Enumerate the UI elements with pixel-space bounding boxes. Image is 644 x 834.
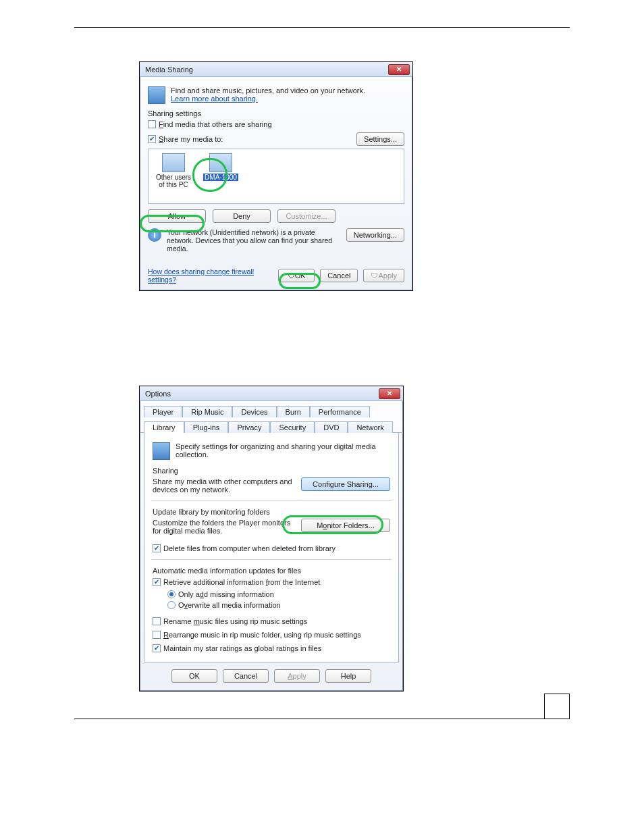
help-button[interactable]: Help	[325, 669, 371, 683]
tab-row-1: Player Rip Music Devices Burn Performanc…	[140, 401, 403, 417]
device-label: Other users of this PC	[153, 174, 194, 188]
tab-library[interactable]: Library	[144, 421, 184, 433]
sharing-settings-label: Sharing settings	[148, 109, 404, 118]
tab-plugins[interactable]: Plug-ins	[184, 421, 229, 433]
tab-row-2: Library Plug-ins Privacy Security DVD Ne…	[140, 417, 403, 433]
device-icon	[209, 153, 232, 172]
dialog-title: Options	[145, 390, 379, 398]
auto-media-label: Automatic media information updates for …	[153, 567, 390, 575]
tab-network[interactable]: Network	[348, 421, 392, 433]
monitor-text: Customize the folders the Player monitor…	[153, 519, 296, 535]
dialog-title: Media Sharing	[145, 66, 388, 74]
monitor-folders-button[interactable]: Monitor Folders...	[301, 519, 390, 532]
radio-icon	[167, 601, 176, 609]
firewall-link[interactable]: How does sharing change firewall setting…	[148, 267, 273, 284]
device-other-users[interactable]: Other users of this PC	[153, 153, 194, 199]
checkbox-icon	[153, 631, 161, 639]
tab-burn[interactable]: Burn	[277, 406, 310, 417]
tab-privacy[interactable]: Privacy	[228, 421, 270, 433]
networking-button[interactable]: Networking...	[346, 228, 404, 242]
close-icon[interactable]: ✕	[388, 64, 410, 75]
overwrite-all-radio[interactable]: Overwrite all media information	[167, 601, 281, 609]
radio-icon	[167, 590, 176, 598]
info-icon: i	[148, 228, 161, 242]
rearrange-music-label: Rearrange music in rip music folder, usi…	[163, 631, 361, 639]
find-media-checkbox[interactable]: Find media that others are sharing	[148, 120, 272, 128]
checkbox-icon	[153, 617, 161, 625]
tab-rip-music[interactable]: Rip Music	[182, 406, 232, 417]
page-number-box	[544, 694, 570, 719]
maintain-ratings-checkbox[interactable]: ✔ Maintain my star ratings as global rat…	[153, 644, 321, 652]
sharing-group-label: Sharing	[153, 467, 390, 475]
titlebar: Options ✕	[140, 386, 403, 401]
delete-files-label: Delete files from computer when deleted …	[163, 544, 336, 552]
device-dma-1000[interactable]: DMA-1000	[200, 153, 242, 199]
allow-button[interactable]: Allow	[148, 209, 206, 223]
tab-player[interactable]: Player	[144, 406, 182, 417]
share-my-media-label: Share my media to:	[159, 135, 223, 143]
only-add-missing-label: Only add missing information	[178, 590, 274, 598]
find-media-label: Find media that others are sharing	[159, 120, 272, 128]
tab-devices[interactable]: Devices	[232, 406, 276, 417]
tab-security[interactable]: Security	[270, 421, 315, 433]
overwrite-all-label: Overwrite all media information	[178, 601, 281, 609]
cancel-button[interactable]: Cancel	[320, 269, 358, 282]
tab-dvd[interactable]: DVD	[315, 421, 348, 433]
device-list[interactable]: Other users of this PC DMA-1000	[148, 149, 404, 204]
rename-music-label: Rename music files using rip music setti…	[163, 617, 307, 625]
delete-files-checkbox[interactable]: ✔ Delete files from computer when delete…	[153, 544, 336, 552]
ok-button[interactable]: 🛡 OK	[278, 269, 315, 282]
configure-sharing-button[interactable]: Configure Sharing...	[301, 477, 390, 491]
device-icon	[162, 153, 185, 172]
footer-rule	[74, 719, 570, 719]
apply-button[interactable]: 🛡 Apply	[363, 269, 404, 282]
titlebar: Media Sharing ✕	[140, 62, 412, 77]
settings-button[interactable]: Settings...	[356, 132, 404, 146]
rearrange-music-checkbox[interactable]: Rearrange music in rip music folder, usi…	[153, 631, 361, 639]
checkbox-icon: ✔	[153, 578, 161, 586]
checkbox-icon	[148, 120, 156, 128]
options-dialog: Options ✕ Player Rip Music Devices Burn …	[139, 386, 404, 692]
header-rule	[74, 27, 570, 28]
media-sharing-dialog: Media Sharing ✕ Find and share music, pi…	[139, 61, 413, 291]
intro-text: Find and share music, pictures, and vide…	[171, 86, 365, 95]
deny-button[interactable]: Deny	[213, 209, 271, 223]
learn-more-link[interactable]: Learn more about sharing.	[171, 95, 258, 103]
tab-performance[interactable]: Performance	[310, 406, 370, 417]
info-text: Your network (Unidentified network) is a…	[167, 228, 341, 253]
retrieve-internet-checkbox[interactable]: ✔ Retrieve additional information from t…	[153, 578, 320, 586]
customize-button[interactable]: Customize...	[277, 209, 336, 223]
only-add-missing-radio[interactable]: Only add missing information	[167, 590, 274, 598]
sharing-text: Share my media with other computers and …	[153, 477, 296, 494]
share-my-media-checkbox[interactable]: ✔ Share my media to:	[148, 135, 351, 143]
cancel-button[interactable]: Cancel	[223, 669, 269, 683]
retrieve-internet-label: Retrieve additional information from the…	[163, 578, 320, 586]
network-icon	[148, 86, 165, 104]
device-label: DMA-1000	[203, 174, 238, 181]
maintain-ratings-label: Maintain my star ratings as global ratin…	[163, 644, 321, 652]
library-intro: Specify settings for organizing and shar…	[176, 442, 390, 459]
update-library-label: Update library by monitoring folders	[153, 508, 390, 516]
library-icon	[153, 442, 170, 460]
rename-music-checkbox[interactable]: Rename music files using rip music setti…	[153, 617, 307, 625]
library-panel: Specify settings for organizing and shar…	[144, 433, 399, 662]
apply-button[interactable]: Apply	[274, 669, 320, 683]
checkbox-icon: ✔	[148, 135, 156, 143]
ok-button[interactable]: OK	[171, 669, 217, 683]
checkbox-icon: ✔	[153, 644, 161, 652]
close-icon[interactable]: ✕	[379, 388, 400, 399]
checkbox-icon: ✔	[153, 544, 161, 552]
